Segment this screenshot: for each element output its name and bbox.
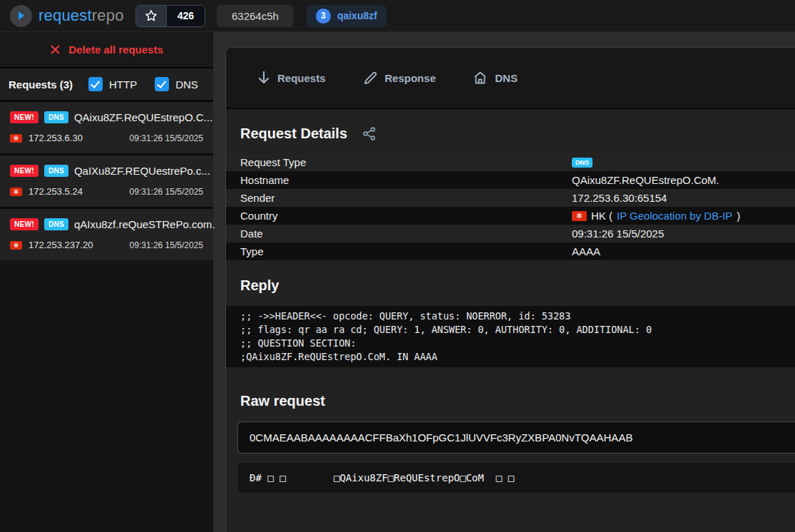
reply-line: ;; flags: qr aa ra cd; QUERY: 1, ANSWER:…: [240, 323, 781, 337]
request-datetime: 09:31:26 15/5/2025: [130, 133, 203, 143]
request-list-item[interactable]: NEW! DNS QaIXu8ZF.REQUestrePo.c... ✻ 172…: [0, 155, 213, 207]
detail-row-date: Date 09:31:26 15/5/2025: [226, 225, 795, 242]
detail-row-country: Country ✻ HK (IP Geolocation by DB-IP): [226, 207, 795, 225]
detail-tabs: Requests Response DNS: [226, 48, 795, 109]
http-filter-label: HTTP: [109, 78, 137, 91]
country-suffix: ): [737, 210, 740, 222]
session-chip[interactable]: 3 qaixu8zf: [307, 5, 386, 27]
dns-filter-checkbox[interactable]: [155, 77, 169, 91]
detail-value: 09:31:26 15/5/2025: [572, 227, 664, 240]
detail-row-type: Type AAAA: [226, 242, 795, 260]
detail-label: Sender: [226, 192, 275, 204]
detail-label: Date: [226, 227, 263, 240]
request-hostname: QaIXu8ZF.REQUestrePo.c...: [74, 165, 210, 177]
hk-flag-icon: ✻: [10, 241, 22, 250]
dns-type-badge: DNS: [572, 158, 593, 168]
star-icon: [136, 6, 166, 26]
detail-row-hostname: Hostname QAixu8ZF.ReQUEstrepO.CoM.: [226, 171, 795, 189]
session-count-badge: 3: [316, 9, 331, 24]
reply-line: ;; ->>HEADER<<- opcode: QUERY, status: N…: [240, 310, 781, 323]
detail-value: 172.253.6.30:65154: [572, 192, 667, 204]
download-arrow-icon: [258, 71, 270, 84]
request-hostname: QAixu8ZF.ReQUEstrepO.C...: [74, 111, 212, 123]
request-hostname: qAIxu8zf.reQueSTRePo.com.: [74, 218, 215, 230]
new-badge: NEW!: [10, 165, 39, 177]
delete-all-requests-button[interactable]: Delete all requests: [0, 32, 213, 68]
reply-heading: Reply: [226, 277, 795, 294]
detail-label: Request Type: [226, 156, 306, 168]
brand-text: requestrepo: [39, 6, 124, 25]
tab-response-label: Response: [385, 72, 436, 84]
request-datetime: 09:31:26 15/5/2025: [130, 240, 203, 250]
request-list-item[interactable]: NEW! DNS qAIxu8zf.reQueSTRePo.com. ✻ 172…: [0, 209, 213, 260]
new-badge: NEW!: [10, 218, 39, 230]
detail-label: Type: [226, 245, 264, 257]
raw-request-base64: 0CMAEAABAAAAAAAACFFBaXh1OFpGC1JlUVVFc3Ry…: [237, 421, 795, 454]
dns-reply-block: ;; ->>HEADER<<- opcode: QUERY, status: N…: [226, 306, 795, 367]
request-details-table: Request Type DNS Hostname QAixu8ZF.ReQUE…: [226, 153, 795, 260]
tab-requests[interactable]: Requests: [258, 71, 326, 84]
reply-line: ;; QUESTION SECTION:: [240, 337, 781, 350]
country-code: HK (: [591, 210, 612, 222]
requests-sidebar: Delete all requests Requests (3) HTTP DN…: [0, 32, 213, 532]
home-icon: [473, 71, 487, 84]
star-count: 426: [166, 6, 205, 26]
dns-type-badge: DNS: [44, 111, 68, 123]
pencil-icon: [364, 71, 377, 85]
github-star-widget[interactable]: 426: [135, 5, 205, 27]
delete-all-label: Delete all requests: [68, 44, 163, 56]
detail-value: AAAA: [572, 245, 600, 257]
brand-first: request: [39, 6, 92, 24]
session-label: qaixu8zf: [337, 10, 377, 21]
hk-flag-icon: ✻: [10, 134, 22, 143]
tab-response[interactable]: Response: [364, 71, 436, 85]
share-icon[interactable]: [363, 127, 376, 140]
hk-flag-icon: ✻: [10, 188, 22, 196]
app-logo[interactable]: requestrepo: [10, 5, 124, 27]
subdomain-value: 63264c5h: [232, 10, 279, 22]
detail-row-sender: Sender 172.253.6.30:65154: [226, 189, 795, 207]
close-icon: [50, 44, 61, 55]
request-ip: 172.253.6.30: [29, 133, 83, 143]
dns-filter-label: DNS: [175, 78, 198, 91]
request-datetime: 09:31:26 15/5/2025: [130, 187, 203, 197]
raw-request-heading: Raw request: [226, 393, 795, 409]
tab-dns[interactable]: DNS: [473, 71, 518, 84]
hk-flag-icon: ✻: [572, 211, 587, 221]
request-detail-panel: Requests Response DNS Request Details Re…: [225, 47, 795, 532]
layout-gap: [213, 32, 225, 532]
requests-count-label: Requests (3): [9, 78, 73, 91]
top-navbar: requestrepo 426 63264c5h 3 qaixu8zf: [0, 0, 795, 32]
http-filter-checkbox[interactable]: [88, 77, 103, 91]
detail-label: Hostname: [226, 174, 289, 186]
geolocation-link[interactable]: IP Geolocation by DB-IP: [617, 210, 732, 222]
tab-dns-label: DNS: [495, 72, 518, 84]
dns-type-badge: DNS: [44, 218, 68, 230]
raw-request-decoded: Ð# □ □ □QAixu8ZF□ReQUEstrepO□CoM □ □: [238, 463, 795, 493]
request-ip: 172.253.5.24: [29, 186, 83, 197]
detail-row-request-type: Request Type DNS: [226, 153, 795, 171]
new-badge: NEW!: [10, 111, 39, 123]
request-details-heading: Request Details: [226, 126, 347, 142]
request-list-item[interactable]: NEW! DNS QAixu8ZF.ReQUEstrepO.C... ✻ 172…: [0, 102, 213, 153]
detail-value: QAixu8ZF.ReQUEstrepO.CoM.: [572, 174, 719, 186]
brand-second: repo: [92, 6, 124, 24]
logo-chevron-icon: [10, 5, 32, 27]
reply-line: ;QAixu8ZF.ReQUEstrepO.CoM. IN AAAA: [240, 350, 781, 364]
subdomain-input[interactable]: 63264c5h: [217, 5, 294, 27]
detail-label: Country: [226, 210, 278, 222]
dns-type-badge: DNS: [44, 165, 68, 177]
request-filter-bar: Requests (3) HTTP DNS: [0, 68, 213, 102]
request-list: NEW! DNS QAixu8ZF.ReQUEstrepO.C... ✻ 172…: [0, 102, 213, 260]
tab-requests-label: Requests: [277, 72, 326, 84]
request-ip: 172.253.237.20: [29, 240, 93, 250]
